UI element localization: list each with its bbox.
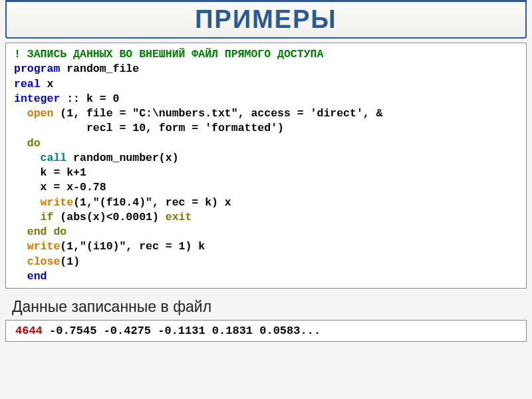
- code-line: write(1,"(f10.4)", rec = k) x: [14, 196, 518, 210]
- code-line: end do: [14, 225, 518, 239]
- output-first-value: 4644: [15, 325, 43, 337]
- code-line: if (abs(x)<0.0001) exit: [14, 210, 518, 225]
- code-line: write(1,"(i10)", rec = 1) k: [14, 239, 518, 254]
- code-line: open (1, file = "C:\numbers.txt", access…: [14, 106, 518, 121]
- code-line: do: [14, 136, 518, 151]
- code-line: call random_number(x): [14, 151, 518, 166]
- slide-title: ПРИМЕРЫ: [195, 5, 337, 34]
- slide: ПРИМЕРЫ ! ЗАПИСЬ ДАННЫХ ВО ВНЕШНИЙ ФАЙЛ …: [0, 0, 532, 399]
- code-block: ! ЗАПИСЬ ДАННЫХ ВО ВНЕШНИЙ ФАЙЛ ПРЯМОГО …: [5, 43, 527, 289]
- output-caption: Данные записанные в файл: [12, 298, 527, 316]
- code-line: program random_file: [14, 62, 518, 76]
- code-line: x = x-0.78: [14, 180, 518, 195]
- code-line: close(1): [14, 255, 518, 269]
- output-block: 4644 -0.7545 -0.4275 -0.1131 0.1831 0.05…: [5, 320, 527, 342]
- code-line: real x: [14, 77, 518, 92]
- code-line: recl = 10, form = 'formatted'): [14, 121, 518, 136]
- output-rest: -0.7545 -0.4275 -0.1131 0.1831 0.0583...: [43, 325, 321, 337]
- code-line: integer :: k = 0: [14, 92, 518, 106]
- code-line: k = k+1: [14, 166, 518, 180]
- code-line: end: [14, 269, 518, 284]
- title-banner: ПРИМЕРЫ: [5, 0, 527, 39]
- code-comment: ! ЗАПИСЬ ДАННЫХ ВО ВНЕШНИЙ ФАЙЛ ПРЯМОГО …: [14, 47, 518, 62]
